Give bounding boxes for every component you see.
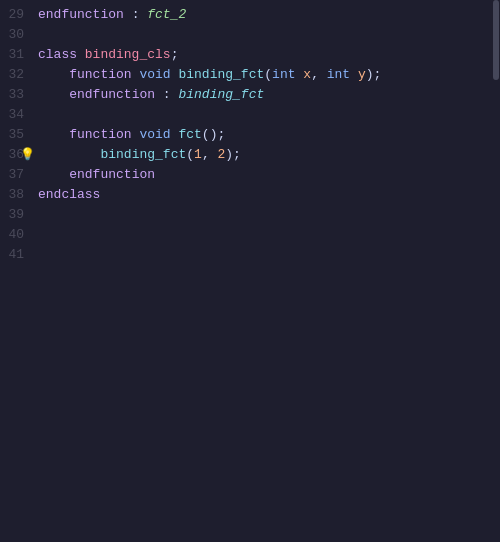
- line-content-37: endfunction: [38, 167, 500, 182]
- code-line-41: 41: [0, 244, 500, 264]
- code-line-39: 39: [0, 204, 500, 224]
- line-number-32: 32: [0, 67, 38, 82]
- line-number-39: 39: [0, 207, 38, 222]
- code-line-32: 32 function void binding_fct(int x, int …: [0, 64, 500, 84]
- code-line-34: 34: [0, 104, 500, 124]
- line-content-33: endfunction : binding_fct: [38, 87, 500, 102]
- code-line-37: 37 endfunction: [0, 164, 500, 184]
- code-line-33: 33 endfunction : binding_fct: [0, 84, 500, 104]
- scrollbar-thumb[interactable]: [493, 0, 499, 80]
- line-content-35: function void fct();: [38, 127, 500, 142]
- code-line-29: 29 endfunction : fct_2: [0, 4, 500, 24]
- line-number-31: 31: [0, 47, 38, 62]
- line-number-30: 30: [0, 27, 38, 42]
- code-line-38: 38 endclass: [0, 184, 500, 204]
- code-line-36: 36 💡 binding_fct(1, 2);: [0, 144, 500, 164]
- line-content-41: [38, 247, 500, 262]
- code-line-35: 35 function void fct();: [0, 124, 500, 144]
- line-content-38: endclass: [38, 187, 500, 202]
- code-line-30: 30: [0, 24, 500, 44]
- line-content-36: binding_fct(1, 2);: [38, 147, 500, 162]
- line-number-34: 34: [0, 107, 38, 122]
- line-number-29: 29: [0, 7, 38, 22]
- code-line-40: 40: [0, 224, 500, 244]
- line-content-30: [38, 27, 500, 42]
- line-content-31: class binding_cls;: [38, 47, 500, 62]
- lightbulb-icon[interactable]: 💡: [20, 147, 35, 162]
- line-number-37: 37: [0, 167, 38, 182]
- code-line-31: 31 class binding_cls;: [0, 44, 500, 64]
- vertical-scrollbar[interactable]: [490, 0, 500, 542]
- line-content-32: function void binding_fct(int x, int y);: [38, 67, 500, 82]
- line-number-41: 41: [0, 247, 38, 262]
- line-number-33: 33: [0, 87, 38, 102]
- line-content-40: [38, 227, 500, 242]
- line-number-40: 40: [0, 227, 38, 242]
- line-number-38: 38: [0, 187, 38, 202]
- code-editor: 29 endfunction : fct_2 30 31 class bindi…: [0, 0, 500, 542]
- line-content-29: endfunction : fct_2: [38, 7, 500, 22]
- line-content-39: [38, 207, 500, 222]
- line-content-34: [38, 107, 500, 122]
- line-number-35: 35: [0, 127, 38, 142]
- code-container: 29 endfunction : fct_2 30 31 class bindi…: [0, 0, 500, 264]
